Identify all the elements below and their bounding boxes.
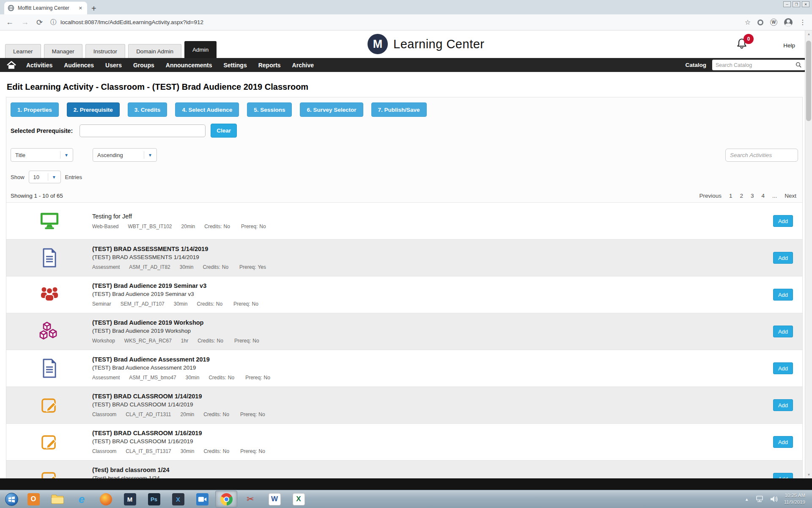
add-button[interactable]: Add xyxy=(773,289,793,301)
nav-activities[interactable]: Activities xyxy=(26,62,52,69)
system-tray: ▲ 10:25 AM 11/9/2019 xyxy=(745,492,809,505)
page-3[interactable]: 3 xyxy=(751,193,754,199)
notifications-button[interactable]: 0 xyxy=(736,37,749,52)
page-2[interactable]: 2 xyxy=(740,193,743,199)
sort-field-dropdown[interactable]: Title ▼ xyxy=(11,148,73,162)
nav-archive[interactable]: Archive xyxy=(292,62,314,69)
taskbar-mail-button[interactable]: M xyxy=(119,491,141,508)
add-button[interactable]: Add xyxy=(773,399,793,411)
step-credits[interactable]: 3. Credits xyxy=(128,102,167,117)
taskbar-internet-explorer-button[interactable]: e xyxy=(71,491,93,508)
tab-manager[interactable]: Manager xyxy=(44,44,82,58)
activity-subtitle: (TEST) BRAD CLASSROOM 1/16/2019 xyxy=(92,438,765,444)
address-bar[interactable]: ⓘ localhost:8087/lmc/AddEditLearningActi… xyxy=(50,19,745,26)
catalog-label: Catalog xyxy=(685,62,706,68)
back-icon[interactable]: ← xyxy=(6,18,14,27)
show-entries-dropdown[interactable]: 10 ▼ xyxy=(29,171,61,183)
activity-subtitle: (TEST) Brad Audience Assessment 2019 xyxy=(92,364,765,371)
add-button[interactable]: Add xyxy=(773,252,793,264)
entries-label: Entries xyxy=(65,174,82,180)
volume-icon[interactable] xyxy=(770,496,778,502)
brand-title: Learning Center xyxy=(393,37,484,51)
tray-expand-icon[interactable]: ▲ xyxy=(745,497,749,502)
page-scrollbar[interactable]: ▲ ▼ xyxy=(805,30,812,478)
show-entries-row: Show 10 ▼ Entries xyxy=(11,171,798,183)
add-button[interactable]: Add xyxy=(773,436,793,448)
tab-domain-admin[interactable]: Domain Admin xyxy=(128,44,181,58)
clear-button[interactable]: Clear xyxy=(211,124,237,138)
catalog-search-input[interactable] xyxy=(716,62,796,68)
step-sessions[interactable]: 5. Sessions xyxy=(247,102,292,117)
add-button[interactable]: Add xyxy=(773,215,793,227)
taskbar-excel-button[interactable]: X xyxy=(288,491,310,508)
step-properties[interactable]: 1. Properties xyxy=(11,102,59,117)
sort-field-value: Title xyxy=(15,152,56,158)
toolbar-icons: ☆ W ⋮ xyxy=(745,18,806,27)
tab-admin[interactable]: Admin xyxy=(184,41,217,58)
site-info-icon[interactable]: ⓘ xyxy=(50,19,56,26)
minimize-icon[interactable]: ─ xyxy=(783,1,791,7)
taskbar-chrome-button[interactable] xyxy=(215,491,237,508)
nav-users[interactable]: Users xyxy=(105,62,122,69)
activity-subtitle: (TEST) Brad Audience 2019 Seminar v3 xyxy=(92,291,765,297)
word-icon: W xyxy=(269,493,281,505)
nav-audiences[interactable]: Audiences xyxy=(64,62,94,69)
tab-instructor[interactable]: Instructor xyxy=(85,44,125,58)
browser-tab[interactable]: Moffitt Learning Center ✕ xyxy=(4,2,87,14)
extension-w-icon[interactable]: W xyxy=(770,19,777,26)
nav-announcements[interactable]: Announcements xyxy=(166,62,212,69)
page-previous[interactable]: Previous xyxy=(699,193,721,199)
bookmark-star-icon[interactable]: ☆ xyxy=(745,18,751,26)
taskbar-outlook-button[interactable]: O xyxy=(22,491,44,508)
nav-settings[interactable]: Settings xyxy=(223,62,247,69)
taskbar-camera-button[interactable] xyxy=(191,491,213,508)
scroll-down-icon[interactable]: ▼ xyxy=(805,473,812,477)
scroll-up-icon[interactable]: ▲ xyxy=(805,32,812,36)
home-icon[interactable] xyxy=(7,61,16,69)
role-tabs: Learner Manager Instructor Domain Admin … xyxy=(5,41,219,58)
step-select-audience[interactable]: 4. Select Audience xyxy=(175,102,239,117)
restore-icon[interactable]: ❐ xyxy=(793,1,800,7)
taskbar-clock[interactable]: 10:25 AM 11/9/2019 xyxy=(784,492,805,505)
browser-menu-icon[interactable]: ⋮ xyxy=(799,18,806,26)
profile-avatar-icon[interactable] xyxy=(784,18,793,27)
start-button[interactable] xyxy=(3,491,20,508)
selected-prerequisite-input[interactable] xyxy=(80,124,206,137)
activity-code: ASM_IT_AD_IT82 xyxy=(129,264,170,270)
taskbar-file-explorer-button[interactable] xyxy=(47,491,69,508)
url-text[interactable]: localhost:8087/lmc/AddEditLearningActivi… xyxy=(60,19,203,25)
taskbar-firefox-button[interactable] xyxy=(95,491,117,508)
taskbar-photoshop-button[interactable]: Ps xyxy=(143,491,165,508)
tab-learner[interactable]: Learner xyxy=(5,44,41,58)
taskbar-visual-studio-button[interactable]: X xyxy=(167,491,189,508)
search-icon[interactable] xyxy=(796,62,802,68)
browser-tab-bar: Moffitt Learning Center ✕ + ─ ❐ ✕ xyxy=(0,0,812,14)
tab-close-icon[interactable]: ✕ xyxy=(77,6,84,11)
nav-reports[interactable]: Reports xyxy=(258,62,281,69)
prereq-label: Prereq: xyxy=(239,264,256,270)
page-4[interactable]: 4 xyxy=(761,193,765,199)
nav-groups[interactable]: Groups xyxy=(133,62,154,69)
sort-order-dropdown[interactable]: Ascending ▼ xyxy=(93,148,157,162)
forward-icon[interactable]: → xyxy=(21,18,29,27)
add-button[interactable]: Add xyxy=(773,326,793,337)
add-button[interactable]: Add xyxy=(773,362,793,374)
caret-down-icon: ▼ xyxy=(52,175,56,179)
page-next[interactable]: Next xyxy=(785,193,796,199)
page-1[interactable]: 1 xyxy=(729,193,732,199)
taskbar-word-button[interactable]: W xyxy=(263,491,285,508)
search-activities-input[interactable] xyxy=(725,149,798,162)
new-tab-button[interactable]: + xyxy=(91,4,96,13)
activity-duration: 30min xyxy=(174,301,188,307)
extension-icon[interactable] xyxy=(757,19,763,25)
step-publish-save[interactable]: 7. Publish/Save xyxy=(371,102,427,117)
video-camera-icon xyxy=(196,493,208,505)
network-icon[interactable] xyxy=(755,496,764,502)
close-icon[interactable]: ✕ xyxy=(802,1,809,7)
step-prerequisite[interactable]: 2. Prerequisite xyxy=(67,102,120,117)
help-link[interactable]: Help xyxy=(783,42,795,49)
reload-icon[interactable]: ⟳ xyxy=(36,18,43,27)
taskbar-snipping-tool-button[interactable]: ✂ xyxy=(239,491,261,508)
scrollbar-thumb[interactable] xyxy=(806,41,811,121)
step-survey-selector[interactable]: 6. Survey Selector xyxy=(300,102,363,117)
